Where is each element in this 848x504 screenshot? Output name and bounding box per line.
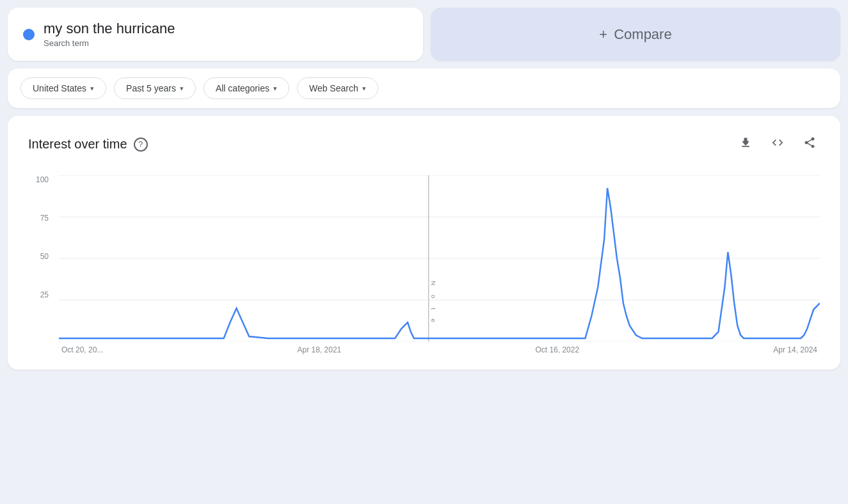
search-term-label: Search term [44, 38, 175, 48]
chart-title-row: Interest over time ? [28, 137, 148, 152]
filter-region-label: United States [33, 83, 86, 93]
filter-search-type[interactable]: Web Search ▾ [297, 77, 378, 99]
y-label-75: 75 [28, 214, 55, 223]
compare-button[interactable]: + Compare [431, 8, 840, 61]
chevron-down-icon: ▾ [273, 84, 277, 93]
filter-category-label: All categories [216, 83, 269, 93]
search-term-card: my son the hurricane Search term [8, 8, 423, 61]
embed-button[interactable] [767, 134, 788, 155]
x-label-3: Apr 14, 2024 [773, 345, 817, 354]
chart-svg: N o t e [59, 175, 820, 342]
chart-header: Interest over time ? [28, 134, 820, 155]
chevron-down-icon: ▾ [90, 84, 94, 93]
download-button[interactable] [735, 134, 756, 155]
help-icon[interactable]: ? [134, 138, 148, 152]
compare-plus-icon: + [599, 26, 607, 43]
search-term-text: my son the hurricane [44, 20, 175, 37]
x-label-0: Oct 20, 20... [61, 345, 103, 354]
search-dot-indicator [23, 29, 35, 40]
y-label-50: 50 [28, 252, 55, 261]
compare-label: Compare [614, 26, 671, 43]
filter-region[interactable]: United States ▾ [20, 77, 106, 99]
share-button[interactable] [799, 134, 820, 155]
filter-time-label: Past 5 years [126, 83, 176, 93]
y-axis: 100 75 50 25 [28, 175, 55, 329]
x-label-1: Apr 18, 2021 [298, 345, 342, 354]
search-text-block: my son the hurricane Search term [44, 20, 175, 48]
filter-time[interactable]: Past 5 years ▾ [114, 77, 196, 99]
interest-over-time-card: Interest over time ? 100 75 50 25 [8, 116, 840, 370]
svg-text:N
          o
          t
    : N o t e [430, 281, 437, 322]
chart-inner: N o t e Oct 20, 20... Apr 18, 2021 Oct 1… [59, 175, 820, 354]
y-label-100: 100 [28, 175, 55, 184]
x-label-2: Oct 16, 2022 [535, 345, 579, 354]
chart-title: Interest over time [28, 137, 127, 152]
chevron-down-icon: ▾ [362, 84, 366, 93]
chevron-down-icon: ▾ [180, 84, 184, 93]
y-label-25: 25 [28, 290, 55, 299]
chart-actions [735, 134, 820, 155]
filters-bar: United States ▾ Past 5 years ▾ All categ… [8, 68, 840, 108]
chart-area: 100 75 50 25 N o t e [28, 175, 820, 354]
filter-search-type-label: Web Search [309, 83, 358, 93]
filter-category[interactable]: All categories ▾ [204, 77, 289, 99]
x-axis-labels: Oct 20, 20... Apr 18, 2021 Oct 16, 2022 … [59, 345, 820, 354]
interest-line [59, 188, 820, 338]
